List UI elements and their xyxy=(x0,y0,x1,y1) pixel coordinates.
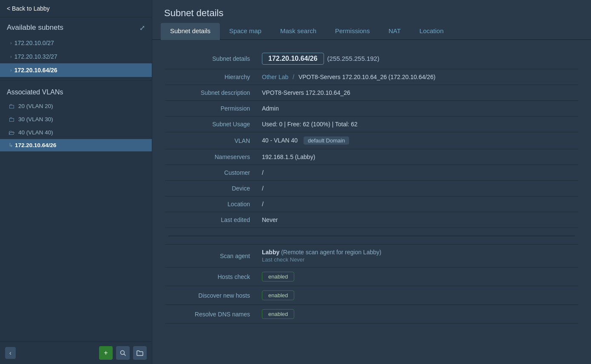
hierarchy-rest: VPOT8-Servers 172.20.10.64_26 (172.20.10… xyxy=(298,74,435,80)
hosts-check-badge: enabled xyxy=(262,272,294,282)
table-row: Last edited Never xyxy=(165,212,578,228)
tab-mask-search[interactable]: Mask search xyxy=(271,23,326,40)
table-row: Hierarchy Other Lab / VPOT8-Servers 172.… xyxy=(165,69,578,85)
tabs-bar: Subnet details Space map Mask search Per… xyxy=(152,23,591,40)
location-label: Location xyxy=(165,196,259,212)
available-subnets-label: Available subnets xyxy=(7,23,63,32)
usage-label: Subnet Usage xyxy=(165,117,259,132)
table-row: Nameservers 192.168.1.5 (Labby) xyxy=(165,149,578,165)
hierarchy-sep: / xyxy=(293,74,294,80)
resolve-dns-badge: enabled xyxy=(262,309,294,319)
scan-agent-name: Labby xyxy=(262,249,279,256)
hierarchy-label: Hierarchy xyxy=(165,69,259,85)
detail-content: Subnet details 172.20.10.64/26 (255.255.… xyxy=(152,40,591,364)
tab-location[interactable]: Location xyxy=(410,23,453,40)
vlan-label: 30 (VLAN 30) xyxy=(18,116,53,122)
chevron-icon: › xyxy=(10,40,12,46)
folder-button[interactable] xyxy=(133,346,147,360)
table-row: Subnet details 172.20.10.64/26 (255.255.… xyxy=(165,48,578,69)
scan-agent-label: Scan agent xyxy=(165,245,259,267)
folder-link-icon: 🗁 xyxy=(9,129,15,136)
nameservers-value: 192.168.1.5 (Labby) xyxy=(259,149,578,165)
resolve-dns-label: Resolve DNS names xyxy=(165,305,259,324)
tab-space-map[interactable]: Space map xyxy=(220,23,271,40)
scan-agent-value: Labby (Remote scan agent for region Labb… xyxy=(259,245,578,267)
vlan-label: 40 (VLAN 40) xyxy=(18,129,53,136)
last-edited-label: Last edited xyxy=(165,212,259,228)
subnet-address: 172.20.10.64/26 xyxy=(268,55,318,62)
vlan-value: 40 - VLAN 40 default Domain xyxy=(259,132,578,149)
subnet-item-3[interactable]: › 172.20.10.64/26 xyxy=(0,63,152,77)
section-divider xyxy=(168,236,575,236)
svg-line-1 xyxy=(124,354,126,356)
vlan-item-active[interactable]: ↳ 172.20.10.64/26 xyxy=(0,139,152,151)
sidebar-bottom: ‹ + xyxy=(0,341,152,364)
tab-nat[interactable]: NAT xyxy=(379,23,410,40)
folder-icon xyxy=(136,350,143,356)
scan-last-check: Last check Never xyxy=(262,256,575,263)
action-buttons: + xyxy=(99,346,147,360)
main-content: Subnet details Subnet details Space map … xyxy=(152,0,591,364)
hierarchy-link[interactable]: Other Lab xyxy=(262,74,288,80)
vlan-label: 20 (VLAN 20) xyxy=(18,103,53,109)
last-edited-value: Never xyxy=(259,212,578,228)
device-label: Device xyxy=(165,181,259,196)
scan-agent-desc: (Remote scan agent for region Labby) xyxy=(281,249,381,256)
back-to-labby-button[interactable]: < Back to Labby xyxy=(0,0,152,17)
table-row: Discover new hosts enabled xyxy=(165,286,578,305)
vlan-item-40[interactable]: 🗁 40 (VLAN 40) xyxy=(0,126,152,139)
subnet-item-2[interactable]: › 172.20.10.32/27 xyxy=(0,50,152,63)
table-row: VLAN 40 - VLAN 40 default Domain xyxy=(165,132,578,149)
tab-subnet-details[interactable]: Subnet details xyxy=(161,23,220,40)
subnet-mask: (255.255.255.192) xyxy=(327,55,380,62)
table-row: Location / xyxy=(165,196,578,212)
vlan-item-30[interactable]: 🗀 30 (VLAN 30) xyxy=(0,113,152,126)
subnet-item-1[interactable]: › 172.20.10.0/27 xyxy=(0,36,152,50)
subnet-label: 172.20.10.32/27 xyxy=(14,53,57,60)
vlan-label: VLAN xyxy=(165,132,259,149)
available-subnets-header: Available subnets ⤢ xyxy=(0,17,152,36)
search-button[interactable] xyxy=(116,346,130,360)
search-icon xyxy=(119,350,126,356)
subnet-address-badge: 172.20.10.64/26 xyxy=(262,53,324,65)
sidebar: < Back to Labby Available subnets ⤢ › 17… xyxy=(0,0,152,364)
subnet-label: 172.20.10.0/27 xyxy=(14,40,54,46)
vlan-text: 40 - VLAN 40 xyxy=(262,137,298,144)
chevron-icon: › xyxy=(10,54,12,59)
resolve-dns-value: enabled xyxy=(259,305,578,324)
vlan-item-20[interactable]: 🗀 20 (VLAN 20) xyxy=(0,100,152,113)
discover-hosts-value: enabled xyxy=(259,286,578,305)
vlans-section-header: Associated VLANs xyxy=(0,84,152,100)
table-row: Subnet Usage Used: 0 | Free: 62 (100%) |… xyxy=(165,117,578,132)
nav-back-button[interactable]: ‹ xyxy=(5,347,16,359)
hosts-check-value: enabled xyxy=(259,267,578,286)
usage-value: Used: 0 | Free: 62 (100%) | Total: 62 xyxy=(259,117,578,132)
hierarchy-value: Other Lab / VPOT8-Servers 172.20.10.64_2… xyxy=(259,69,578,85)
vlan-list: 🗀 20 (VLAN 20) 🗀 30 (VLAN 30) 🗁 40 (VLAN… xyxy=(0,100,152,151)
table-row: Customer / xyxy=(165,165,578,181)
location-value: / xyxy=(259,196,578,212)
discover-hosts-badge: enabled xyxy=(262,290,294,300)
description-label: Subnet description xyxy=(165,85,259,101)
table-row: Resolve DNS names enabled xyxy=(165,305,578,324)
nameservers-label: Nameservers xyxy=(165,149,259,165)
add-button[interactable]: + xyxy=(99,346,113,360)
sidebar-divider xyxy=(0,80,152,81)
table-row: Subnet description VPOT8-Servers 172.20.… xyxy=(165,85,578,101)
arrow-right-icon: ↳ xyxy=(9,142,13,148)
detail-table: Subnet details 172.20.10.64/26 (255.255.… xyxy=(165,48,578,324)
vlan-label: 172.20.10.64/26 xyxy=(15,142,57,148)
table-row: Device / xyxy=(165,181,578,196)
nav-controls: ‹ xyxy=(5,347,16,359)
expand-icon[interactable]: ⤢ xyxy=(139,24,145,32)
permission-label: Permission xyxy=(165,101,259,117)
permission-value: Admin xyxy=(259,101,578,117)
folder-icon: 🗀 xyxy=(9,116,15,123)
table-row: Scan agent Labby (Remote scan agent for … xyxy=(165,245,578,267)
subnet-list: › 172.20.10.0/27 › 172.20.10.32/27 › 172… xyxy=(0,36,152,77)
device-value: / xyxy=(259,181,578,196)
subnet-label: 172.20.10.64/26 xyxy=(14,67,57,74)
tab-permissions[interactable]: Permissions xyxy=(326,23,379,40)
page-title: Subnet details xyxy=(152,0,591,23)
subnet-details-label: Subnet details xyxy=(165,48,259,69)
